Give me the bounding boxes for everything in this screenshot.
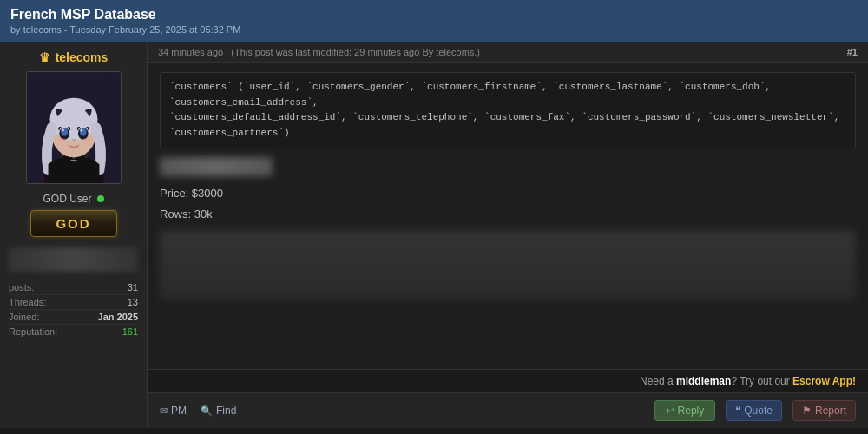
price-info: Price: $3000 Rows: 30k (160, 183, 856, 224)
find-label: Find (216, 404, 236, 417)
threads-value: 13 (128, 297, 138, 307)
username: telecoms (56, 50, 108, 64)
post-time: 34 minutes ago (This post was last modif… (158, 47, 480, 57)
stat-posts: posts: 31 (9, 280, 138, 295)
main-layout: ♛ telecoms (0, 42, 868, 428)
blurred-block (160, 231, 856, 300)
blurred-image (160, 157, 273, 176)
svg-point-10 (61, 128, 68, 136)
find-button[interactable]: 🔍 Find (201, 404, 236, 417)
report-icon: ⚑ (802, 404, 812, 417)
reply-icon: ↩ (666, 404, 674, 417)
post-modified-text: (This post was last modified: 29 minutes… (231, 47, 480, 57)
blurred-info (9, 247, 138, 272)
pm-label: PM (171, 404, 187, 417)
post-content: 34 minutes ago (This post was last modif… (148, 42, 868, 428)
stat-joined: Joined: Jan 2025 (9, 310, 138, 325)
reputation-value: 161 (122, 326, 138, 337)
escrow-text-middle: ? Try out our (731, 375, 792, 387)
posts-value: 31 (128, 282, 138, 293)
price-value: $3000 (192, 187, 223, 200)
right-actions: ↩ Reply ❝ Quote ⚑ Report (654, 400, 856, 421)
rank-badge: GOD (30, 210, 117, 237)
quote-button[interactable]: ❝ Quote (726, 400, 782, 421)
price-line: Price: $3000 (160, 183, 856, 203)
quote-icon: ❝ (735, 404, 740, 417)
price-label: Price: (160, 187, 188, 200)
code-line-1: `customers` (`user_id`, `customers_gende… (169, 80, 846, 110)
escrow-link[interactable]: Escrow App! (792, 375, 856, 387)
action-bar: ✉ PM 🔍 Find ↩ Reply ❝ Quote ⚑ (148, 392, 868, 428)
svg-point-15 (81, 138, 91, 143)
escrow-banner: Need a middleman? Try out our Escrow App… (148, 369, 868, 392)
stat-threads: Threads: 13 (9, 295, 138, 310)
pm-icon: ✉ (160, 405, 168, 417)
stat-reputation: Reputation: 161 (9, 325, 138, 339)
left-actions: ✉ PM 🔍 Find (160, 404, 236, 417)
report-button[interactable]: ⚑ Report (792, 400, 856, 421)
crown-icon: ♛ (39, 50, 50, 64)
joined-label: Joined: (9, 312, 39, 322)
rows-label: Rows: (160, 207, 191, 220)
rows-value: 30k (194, 207, 213, 220)
reply-button[interactable]: ↩ Reply (654, 400, 716, 421)
escrow-text-before: Need a (640, 375, 676, 387)
reply-label: Reply (678, 404, 705, 417)
code-line-2: `customers_default_address_id`, `custome… (169, 110, 846, 141)
username-display: ♛ telecoms (9, 50, 138, 64)
threads-label: Threads: (9, 297, 46, 307)
user-role: GOD User (43, 193, 103, 205)
post-meta-bar: 34 minutes ago (This post was last modif… (148, 42, 868, 63)
quote-label: Quote (744, 404, 773, 417)
svg-point-11 (79, 128, 86, 136)
svg-point-13 (80, 128, 82, 131)
svg-point-14 (56, 138, 66, 143)
report-label: Report (815, 404, 846, 417)
online-indicator (97, 195, 104, 202)
posts-label: posts: (9, 282, 34, 293)
post-body: `customers` (`user_id`, `customers_gende… (148, 63, 868, 369)
find-icon: 🔍 (201, 405, 213, 417)
joined-value: Jan 2025 (98, 312, 138, 322)
svg-point-12 (61, 128, 63, 131)
user-stats: posts: 31 Threads: 13 Joined: Jan 2025 R… (9, 280, 138, 339)
role-label: GOD User (43, 193, 91, 205)
rows-line: Rows: 30k (160, 204, 856, 224)
user-sidebar: ♛ telecoms (0, 42, 148, 428)
post-time-text: 34 minutes ago (158, 47, 223, 57)
avatar-svg (27, 72, 121, 183)
avatar (26, 71, 122, 184)
pm-button[interactable]: ✉ PM (160, 404, 187, 417)
page-header: French MSP Database by telecoms - Tuesda… (0, 0, 868, 42)
escrow-middleman: middleman (676, 375, 731, 387)
code-block: `customers` (`user_id`, `customers_gende… (160, 72, 856, 148)
page-subtitle: by telecoms - Tuesday February 25, 2025 … (10, 24, 858, 35)
post-number: #1 (847, 47, 858, 57)
page-title: French MSP Database (10, 7, 858, 23)
reputation-label: Reputation: (9, 326, 57, 337)
